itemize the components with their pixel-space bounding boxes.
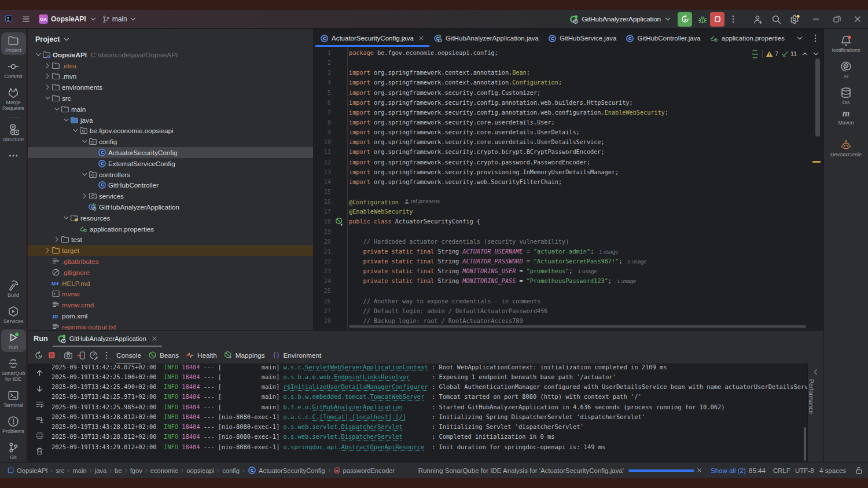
tree-row[interactable]: CExternalServiceConfig <box>28 158 313 169</box>
lock-icon[interactable] <box>854 466 863 475</box>
close-button[interactable] <box>847 10 868 29</box>
code-line[interactable]: 22 private static final String ACTUATOR_… <box>313 256 668 266</box>
tree-chevron-right-icon[interactable] <box>44 83 52 91</box>
code-line[interactable]: 13import org.springframework.security.pr… <box>313 167 668 177</box>
tool-strip-item-structure[interactable]: Structure <box>1 122 26 144</box>
tree-row[interactable]: environments <box>28 82 313 93</box>
editor-tab[interactable]: CGitHubService.java <box>543 30 621 47</box>
code-line[interactable]: 8import org.springframework.security.cor… <box>313 118 668 127</box>
code-line[interactable]: 23 private static final String MONITORIN… <box>313 266 668 276</box>
tree-row[interactable]: mvnw.cmd <box>28 299 313 310</box>
tool-strip-item-services[interactable]: Services <box>1 303 26 326</box>
tree-chevron-down-icon[interactable] <box>35 51 42 58</box>
dump-threads-button[interactable] <box>75 349 87 362</box>
tree-chevron-down-icon[interactable] <box>81 171 89 178</box>
log-logger-link[interactable]: AbstractOpenApiResource <box>341 443 425 450</box>
code-with-me-button[interactable] <box>750 12 765 27</box>
clear-console-button[interactable] <box>33 445 46 457</box>
tree-row[interactable]: mpom.xml <box>28 310 313 321</box>
encoding[interactable]: UTF-8 <box>795 463 814 478</box>
tree-row[interactable]: application.properties <box>28 223 313 234</box>
run-configuration-selector[interactable]: GitHubAnalyzerApplication <box>567 14 674 24</box>
run-view-tab-mappings[interactable]: Mappings <box>220 347 269 364</box>
caret-position[interactable]: 85:44 <box>749 463 766 478</box>
tree-row[interactable]: src <box>28 93 313 104</box>
code-line[interactable]: 17@EnableWebSecurity <box>313 207 668 217</box>
code-line[interactable]: 7import org.springframework.security.con… <box>313 108 668 118</box>
code-line[interactable]: 1package be.fgov.economie.oopsieapi.conf… <box>313 48 668 58</box>
tool-strip-item-terminal[interactable]: Terminal <box>1 387 26 410</box>
prev-occurrence-button[interactable] <box>33 366 46 379</box>
code-line[interactable]: 6import org.springframework.security.con… <box>313 98 668 108</box>
tree-row[interactable]: be.fgov.economie.oopsieapi <box>28 126 313 137</box>
tab-options-icon[interactable] <box>811 34 820 43</box>
run-view-tab-health[interactable]: Health <box>182 347 220 364</box>
code-line[interactable]: 25 <box>313 286 668 296</box>
print-button[interactable] <box>33 429 46 442</box>
branch-selector[interactable]: main <box>100 10 139 28</box>
tree-row[interactable]: config <box>28 136 313 147</box>
tool-strip-item-build[interactable]: Build <box>1 277 26 300</box>
tool-strip-item-devoxxgenie[interactable]: DevoxxGenie <box>825 137 867 159</box>
project-view-header[interactable]: Project <box>28 29 313 49</box>
console[interactable]: 2025-09-19T13:42:24.075+02:00 INFO 18404… <box>28 364 807 463</box>
code-line[interactable]: 28 // Backup login: root / RootActuatorA… <box>313 316 668 326</box>
tree-row[interactable]: services <box>28 190 313 201</box>
tool-strip-item-problems[interactable]: Problems <box>1 413 26 436</box>
more-actions-button[interactable] <box>726 12 741 27</box>
tree-chevron-down-icon[interactable] <box>62 214 70 222</box>
code-line[interactable]: 4import org.springframework.context.anno… <box>313 78 668 87</box>
editor-tab[interactable]: application.properties <box>705 30 789 47</box>
tool-strip-item-[interactable] <box>1 148 26 163</box>
log-logger-link[interactable]: C.[Tomcat].[localhost].[/] <box>312 413 406 420</box>
tool-strip-item-ai[interactable]: AI <box>825 58 867 81</box>
usage-hint[interactable]: 1 usage <box>627 259 646 265</box>
tree-chevron-right-icon[interactable] <box>81 192 89 200</box>
scroll-to-end-button[interactable] <box>33 413 46 426</box>
log-logger-link[interactable]: DispatcherServlet <box>341 433 403 440</box>
tree-row[interactable]: CGitHubController <box>28 180 313 191</box>
console-scrollbar[interactable] <box>804 427 806 461</box>
code-line[interactable]: 24 private static final String MONITORIN… <box>313 276 668 286</box>
tool-strip-item-project[interactable]: Project <box>1 32 26 55</box>
tree-row[interactable]: target <box>28 245 313 256</box>
settings-button[interactable] <box>787 12 802 27</box>
thread-dump-button[interactable] <box>62 349 75 362</box>
close-icon[interactable] <box>418 35 425 42</box>
editor-tab[interactable]: CGitHubController.java <box>621 30 705 47</box>
tree-row[interactable]: test <box>28 234 313 245</box>
next-problem-icon[interactable] <box>812 50 820 58</box>
tool-strip-item-run[interactable]: Run <box>1 329 26 352</box>
sonarqube-status-icon[interactable] <box>751 50 759 58</box>
tree-row[interactable]: controllers <box>28 169 313 180</box>
stop-button[interactable] <box>710 12 724 27</box>
tree-chevron-down-icon[interactable] <box>72 127 79 134</box>
stop-button[interactable] <box>45 349 58 362</box>
editor-horizontal-scrollbar[interactable] <box>349 325 806 328</box>
code-line[interactable]: 15 <box>313 187 668 197</box>
next-occurrence-button[interactable] <box>33 382 46 395</box>
usage-hint[interactable]: 1 usage <box>617 278 636 284</box>
code-line[interactable]: 10import org.springframework.security.co… <box>313 137 668 147</box>
editor-tab[interactable]: CGitHubAnalyzerApplication.java <box>429 30 543 47</box>
tree-row[interactable]: MHELP.md <box>28 278 313 289</box>
tree-row[interactable]: .mvn <box>28 71 313 82</box>
main-menu-icon[interactable] <box>21 14 31 24</box>
tree-chevron-down-icon[interactable] <box>81 138 89 145</box>
tool-strip-item-maven[interactable]: mMaven <box>825 105 867 127</box>
tree-row[interactable]: CActuatorSecurityConfig <box>28 147 313 158</box>
code-line[interactable]: 16@Configurationraf.janssens <box>313 197 668 207</box>
progress-cancel[interactable] <box>696 463 703 478</box>
run-view-tab-beans[interactable]: Beans <box>145 347 182 364</box>
log-logger-link[interactable]: TomcatWebServer <box>370 393 425 400</box>
code-line[interactable]: 20 // Hardcoded actuator credentials (se… <box>313 237 668 247</box>
tree-chevron-down-icon[interactable] <box>53 105 61 113</box>
editor-tab[interactable]: CActuatorSecurityConfig.java <box>315 30 429 47</box>
ok-count[interactable]: 11 <box>781 50 797 58</box>
rerun-button[interactable] <box>32 349 45 362</box>
run-tab[interactable]: GitHubAnalyzerApplication <box>53 331 162 347</box>
code-line[interactable]: 3import org.springframework.context.anno… <box>313 68 668 78</box>
warning-stripe-mark[interactable] <box>812 161 821 163</box>
soft-wrap-button[interactable] <box>33 398 46 410</box>
tree-row[interactable]: CGitHubAnalyzerApplication <box>28 201 313 212</box>
